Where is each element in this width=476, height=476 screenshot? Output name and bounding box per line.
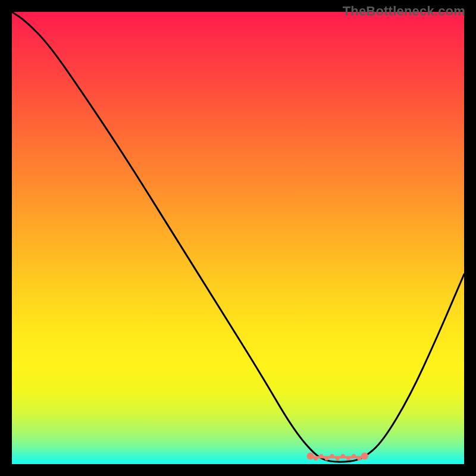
optimal-marker-dot (336, 456, 340, 461)
optimal-marker-dot (361, 453, 368, 460)
optimal-marker-dot (341, 454, 345, 458)
plot-area (12, 12, 464, 464)
optimal-marker-dot (319, 454, 323, 458)
optimal-marker-dot (352, 454, 356, 458)
optimal-marker-dot (314, 456, 318, 461)
optimal-marker-dot (330, 454, 334, 458)
curve-layer (12, 12, 464, 464)
optimal-marker-dot (307, 453, 314, 460)
optimal-marker-dot (325, 456, 329, 461)
optimal-marker-dot (357, 456, 361, 461)
watermark-text: TheBottleneck.com (343, 4, 465, 19)
chart-container: TheBottleneck.com (0, 0, 476, 476)
bottleneck-curve (12, 12, 464, 462)
optimal-marker-dot (346, 456, 350, 461)
